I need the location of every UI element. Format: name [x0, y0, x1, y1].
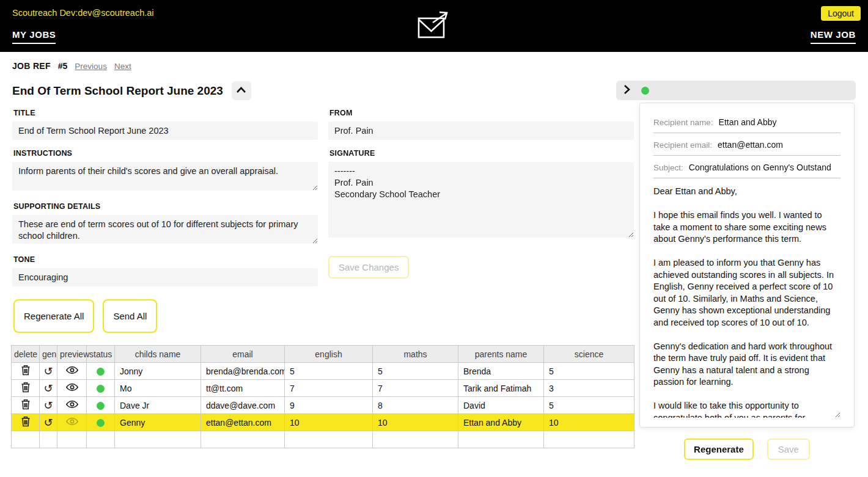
recipients-table: delete gen preview status childs name em…	[11, 345, 634, 448]
app-screen: Scoutreach Dev:dev@scoutreach.ai Logout …	[0, 0, 868, 477]
subject-row: Subject:	[653, 156, 840, 178]
preview-row-button[interactable]	[66, 417, 78, 428]
table-row[interactable]: ↺ Jonny brenda@brenda.com 5 5 Brenda 5	[12, 363, 634, 380]
cell-parents-name: Ettan and Abby	[458, 414, 544, 431]
send-all-button[interactable]: Send All	[103, 299, 157, 333]
cell-maths: 8	[373, 397, 458, 414]
save-changes-button[interactable]: Save Changes	[328, 256, 409, 279]
recipients-table-wrapper: delete gen preview status childs name em…	[11, 345, 634, 448]
eye-icon	[66, 366, 78, 376]
regenerate-all-button[interactable]: Regenerate All	[13, 299, 94, 333]
undo-icon: ↺	[43, 383, 53, 394]
regenerate-row-button[interactable]: ↺	[43, 366, 53, 377]
recipient-email-label: Recipient email:	[653, 140, 712, 150]
cell-email: brenda@brenda.com	[201, 363, 285, 380]
save-button[interactable]: Save	[767, 439, 810, 460]
table-row-selected[interactable]: ↺ Genny ettan@ettan.com 10 10 Ettan and …	[12, 414, 634, 431]
column-header-english: english	[285, 346, 373, 363]
logout-button[interactable]: Logout	[821, 6, 861, 21]
cell-parents-name: David	[458, 397, 544, 414]
eye-icon	[66, 417, 78, 428]
delete-row-button[interactable]	[21, 416, 31, 429]
job-ref-number: #5	[58, 61, 68, 71]
cell-maths: 7	[373, 380, 458, 397]
signature-textarea[interactable]	[328, 162, 634, 238]
table-row-empty	[12, 431, 634, 448]
recipient-name-row: Recipient name:	[653, 111, 840, 133]
cell-science: 5	[544, 363, 634, 380]
delete-row-button[interactable]	[21, 382, 31, 395]
trash-icon	[21, 365, 31, 377]
column-header-gen: gen	[40, 346, 57, 363]
preview-status-dot	[641, 87, 649, 95]
recipient-name-label: Recipient name:	[653, 118, 713, 127]
next-link[interactable]: Next	[114, 62, 131, 71]
cell-maths: 10	[373, 414, 458, 431]
regenerate-row-button[interactable]: ↺	[43, 383, 53, 394]
regenerate-row-button[interactable]: ↺	[43, 417, 53, 428]
regenerate-row-button[interactable]: ↺	[43, 400, 53, 411]
status-dot	[97, 402, 105, 410]
subject-input[interactable]	[689, 162, 840, 172]
column-header-delete: delete	[12, 346, 40, 363]
job-form: TITLE INSTRUCTIONS SUPPORTING DETAILS TO…	[12, 109, 634, 296]
column-header-parents-name: parents name	[458, 346, 544, 363]
instructions-textarea[interactable]	[12, 162, 318, 191]
cell-english: 5	[285, 363, 373, 380]
preview-row-button[interactable]	[66, 383, 78, 393]
eye-icon	[66, 383, 78, 393]
table-header-row: delete gen preview status childs name em…	[12, 346, 634, 363]
table-row[interactable]: ↺ Mo tt@tt.com 7 7 Tarik and Fatimah 3	[12, 380, 634, 397]
job-title-row: End Of Term School Report June 2023	[12, 81, 251, 100]
send-mail-icon	[417, 11, 451, 42]
recipient-email-input[interactable]	[718, 140, 840, 150]
cell-childs-name: Jonny	[115, 363, 201, 380]
signature-label: SIGNATURE	[329, 149, 634, 158]
recipient-name-input[interactable]	[719, 117, 840, 127]
subject-label: Subject:	[653, 163, 683, 172]
undo-icon: ↺	[43, 366, 53, 377]
preview-row-button[interactable]	[66, 400, 78, 410]
from-input[interactable]	[328, 122, 634, 140]
instructions-label: INSTRUCTIONS	[13, 149, 318, 158]
title-label: TITLE	[13, 109, 318, 117]
cell-science: 3	[544, 380, 634, 397]
chevron-up-icon	[236, 86, 246, 95]
email-preview-panel: Recipient name: Recipient email: Subject…	[639, 103, 855, 428]
new-job-link[interactable]: NEW JOB	[811, 29, 856, 44]
cell-childs-name: Mo	[115, 380, 201, 397]
preview-row-button[interactable]	[66, 366, 78, 376]
cell-english: 10	[285, 414, 373, 431]
status-dot	[97, 368, 105, 376]
delete-row-button[interactable]	[21, 399, 31, 412]
trash-icon	[21, 382, 31, 395]
collapse-job-button[interactable]	[232, 81, 251, 100]
preview-collapse-bar[interactable]	[616, 81, 856, 100]
title-input[interactable]	[12, 122, 318, 140]
my-jobs-link[interactable]: MY JOBS	[12, 29, 56, 44]
cell-english: 9	[285, 397, 373, 414]
form-right-column: FROM SIGNATURE Save Changes	[328, 109, 634, 296]
tone-input[interactable]	[12, 268, 318, 286]
form-left-column: TITLE INSTRUCTIONS SUPPORTING DETAILS TO…	[12, 109, 318, 296]
regenerate-button[interactable]: Regenerate	[684, 439, 754, 460]
cell-childs-name: Genny	[115, 414, 201, 431]
supporting-details-textarea[interactable]	[12, 215, 318, 244]
job-ref-row: JOB REF #5 Previous Next	[12, 61, 131, 71]
cell-maths: 5	[373, 363, 458, 380]
cell-parents-name: Tarik and Fatimah	[458, 380, 544, 397]
chevron-right-icon	[623, 84, 630, 96]
column-header-childs-name: childs name	[115, 346, 201, 363]
trash-icon	[21, 416, 31, 429]
status-dot	[97, 419, 105, 427]
delete-row-button[interactable]	[21, 365, 31, 377]
table-row[interactable]: ↺ Dave Jr ddave@dave.com 9 8 David 5	[12, 397, 634, 414]
email-body-textarea[interactable]	[653, 178, 840, 418]
tone-label: TONE	[13, 255, 318, 264]
trash-icon	[21, 399, 31, 412]
page-title: End Of Term School Report June 2023	[12, 84, 223, 98]
cell-science: 5	[544, 397, 634, 414]
previous-link[interactable]: Previous	[75, 62, 107, 71]
brand-text: Scoutreach Dev:dev@scoutreach.ai	[12, 8, 154, 18]
cell-email: ddave@dave.com	[201, 397, 285, 414]
